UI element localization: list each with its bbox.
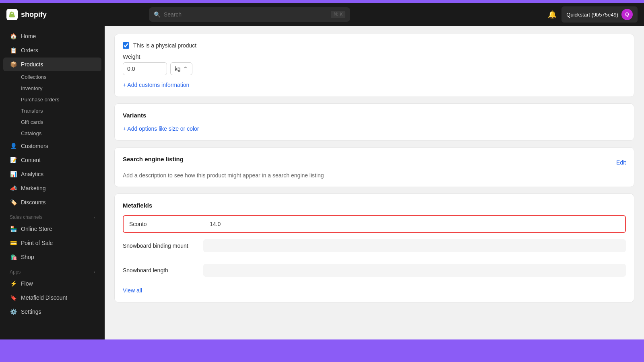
sidebar-item-online-store[interactable]: 🏪 Online Store [3,222,101,236]
weight-label: Weight [123,53,626,60]
search-input[interactable] [164,11,328,18]
metafield-row-snowboard-length: Snowboard length [123,258,626,282]
sidebar-label-shop: Shop [21,254,34,260]
physical-product-label: This is a physical product [133,42,196,49]
shopify-text: shopify [21,10,47,19]
physical-product-row: This is a physical product [123,42,626,49]
settings-icon: ⚙️ [10,308,17,315]
sidebar-label-discounts: Discounts [21,199,45,206]
notifications-button[interactable]: 🔔 [548,10,557,19]
weight-inputs: kg ⌃ [123,62,626,75]
binding-mount-label: Snowboard binding mount [123,243,203,249]
view-all-link[interactable]: View all [123,287,142,294]
quickstart-button[interactable]: Quickstart (9b575e49) Q [561,6,638,23]
discounts-icon: 🏷️ [10,199,17,206]
metafields-card: Metafields Sconto 14.0 Snowboard binding… [114,193,634,302]
sidebar-label-collections: Collections [21,74,47,80]
header-right: 🔔 Quickstart (9b575e49) Q [548,6,638,23]
products-icon: 📦 [10,61,17,68]
avatar: Q [621,9,633,20]
marketing-icon: 📣 [10,185,17,192]
analytics-icon: 📊 [10,171,17,178]
seo-edit-button[interactable]: Edit [616,159,626,166]
sidebar-item-flow[interactable]: ⚡ Flow [3,277,101,290]
sidebar-item-pos[interactable]: 💳 Point of Sale [3,236,101,250]
sidebar-item-orders[interactable]: 📋 Orders [3,43,101,57]
sidebar-label-gift-cards: Gift cards [21,119,43,125]
binding-mount-input[interactable] [203,239,626,252]
sidebar-label-pos: Point of Sale [21,240,53,246]
sidebar-item-purchase-orders[interactable]: Purchase orders [3,94,101,105]
sidebar-item-customers[interactable]: 👤 Customers [3,139,101,153]
physical-product-checkbox[interactable] [123,42,129,49]
add-customs-link[interactable]: + Add customs information [123,82,189,88]
shopify-logo[interactable]: shopify [6,9,47,20]
content-icon: 📝 [10,156,17,164]
main-content: This is a physical product Weight kg ⌃ +… [105,26,644,339]
sidebar-item-catalogs[interactable]: Catalogs [3,128,101,139]
sidebar-item-inventory[interactable]: Inventory [3,83,101,94]
shop-icon: 🛍️ [10,253,17,261]
seo-header: Search engine listing Edit [123,156,626,169]
sidebar-label-home: Home [21,33,36,39]
sidebar-item-analytics[interactable]: 📊 Analytics [3,167,101,181]
sidebar-label-purchase-orders: Purchase orders [21,97,59,103]
sidebar-label-marketing: Marketing [21,185,45,191]
sidebar-label-content: Content [21,157,41,163]
sidebar-item-content[interactable]: 📝 Content [3,153,101,167]
shopify-bag-icon [6,9,18,20]
shipping-card: This is a physical product Weight kg ⌃ +… [114,34,634,97]
metafield-row-sconto[interactable]: Sconto 14.0 [123,215,626,233]
main-layout: 🏠 Home 📋 Orders 📦 Products Collections I… [0,26,644,339]
weight-input[interactable] [123,62,167,75]
sidebar-item-collections[interactable]: Collections [3,72,101,82]
sidebar-label-inventory: Inventory [21,85,42,91]
home-icon: 🏠 [10,33,17,40]
search-icon: 🔍 [154,11,161,18]
sidebar-item-discounts[interactable]: 🏷️ Discounts [3,195,101,209]
sidebar-label-metafield-discount: Metafield Discount [21,294,67,301]
seo-title: Search engine listing [123,156,184,162]
top-purple-bar [0,0,644,3]
sidebar-label-catalogs: Catalogs [21,130,41,136]
orders-icon: 📋 [10,47,17,54]
metafield-icon: 🔖 [10,294,17,301]
weight-unit-chevron: ⌃ [183,66,188,72]
sales-channels-chevron: › [94,215,95,220]
snowboard-length-label: Snowboard length [123,267,203,274]
sconto-label: Sconto [129,221,210,227]
variants-title: Variants [123,112,626,119]
sidebar-label-flow: Flow [21,280,33,287]
add-options-link[interactable]: + Add options like size or color [123,125,199,132]
search-bar[interactable]: 🔍 ⌘ K [149,7,350,22]
snowboard-length-input[interactable] [203,264,626,277]
quickstart-label: Quickstart (9b575e49) [566,12,618,18]
sidebar-item-products[interactable]: 📦 Products [3,58,101,71]
sidebar-item-shop[interactable]: 🛍️ Shop [3,250,101,264]
sidebar-label-transfers: Transfers [21,108,43,114]
sidebar-item-settings[interactable]: ⚙️ Settings [3,305,101,319]
apps-label: Apps › [0,264,105,276]
online-store-icon: 🏪 [10,225,17,232]
seo-card: Search engine listing Edit Add a descrip… [114,147,634,187]
seo-description: Add a description to see how this produc… [123,172,626,179]
search-shortcut: ⌘ K [331,11,345,18]
sidebar-label-online-store: Online Store [21,226,52,232]
sidebar-label-products: Products [21,61,43,68]
sidebar-item-transfers[interactable]: Transfers [3,105,101,116]
sidebar-item-metafield-discount[interactable]: 🔖 Metafield Discount [3,291,101,304]
sidebar-label-settings: Settings [21,309,41,315]
metafields-title: Metafields [123,202,626,209]
sidebar-item-gift-cards[interactable]: Gift cards [3,117,101,128]
sidebar-label-customers: Customers [21,143,48,149]
sidebar-label-orders: Orders [21,47,38,53]
sidebar-label-analytics: Analytics [21,171,43,177]
sidebar-item-marketing[interactable]: 📣 Marketing [3,181,101,195]
pos-icon: 💳 [10,239,17,247]
customers-icon: 👤 [10,142,17,150]
sidebar-item-home[interactable]: 🏠 Home [3,29,101,43]
sconto-value: 14.0 [210,221,619,227]
weight-unit-select[interactable]: kg ⌃ [170,62,192,75]
sales-channels-label: Sales channels › [0,210,105,222]
header: shopify 🔍 ⌘ K 🔔 Quickstart (9b575e49) Q [0,3,644,26]
